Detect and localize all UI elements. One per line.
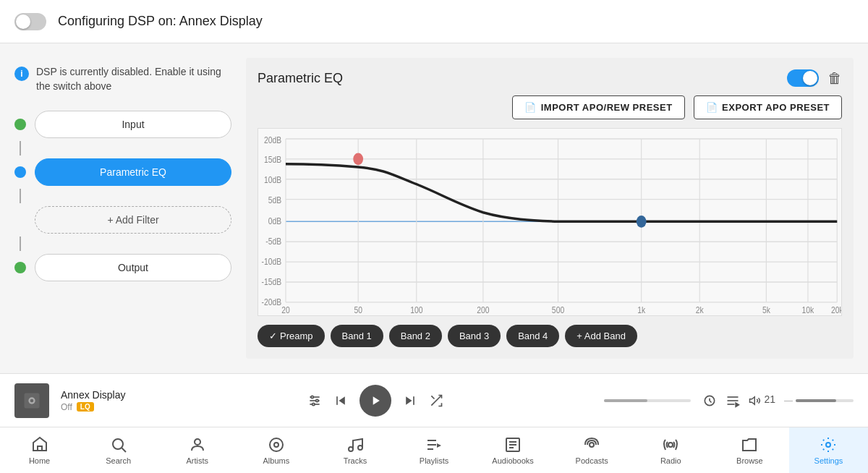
info-bar: i DSP is currently disabled. Enable it u…	[14, 65, 231, 93]
connector-3	[20, 236, 21, 251]
next-button[interactable]	[403, 393, 417, 408]
main-content: i DSP is currently disabled. Enable it u…	[0, 43, 868, 373]
eq-header-right: 🗑	[787, 69, 842, 87]
nav-search[interactable]: Search	[79, 427, 158, 473]
volume-fill	[796, 399, 836, 402]
add-band-button[interactable]: + Add Band	[565, 325, 637, 347]
nav-tracks[interactable]: Tracks	[315, 427, 394, 473]
svg-point-45	[316, 399, 318, 401]
preamp-button[interactable]: ✓ Preamp	[258, 325, 325, 347]
nav-audiobooks[interactable]: Audiobooks	[474, 427, 553, 473]
import-icon: 📄	[524, 102, 537, 113]
band2-button[interactable]: Band 2	[389, 325, 442, 347]
nav-podcasts[interactable]: Podcasts	[553, 427, 631, 473]
info-icon: i	[14, 67, 29, 81]
svg-text:50: 50	[354, 305, 362, 315]
band1-control-dot[interactable]	[353, 153, 363, 165]
svg-text:200: 200	[477, 305, 489, 315]
previous-button[interactable]	[333, 393, 348, 408]
player-controls	[159, 385, 592, 417]
nav-home[interactable]: Home	[0, 427, 79, 473]
svg-text:5k: 5k	[762, 305, 770, 315]
eq-header: Parametric EQ 🗑	[258, 69, 842, 87]
nav-artists-label: Artists	[186, 456, 208, 465]
svg-point-44	[311, 396, 313, 398]
nav-tracks-label: Tracks	[344, 456, 367, 465]
player-info: Annex Display Off LQ	[61, 389, 148, 412]
pipeline-item-add-filter: + Add Filter	[14, 203, 231, 236]
player-thumbnail	[14, 383, 49, 418]
input-button[interactable]: Input	[35, 111, 231, 138]
svg-marker-50	[406, 396, 412, 405]
svg-point-69	[358, 446, 362, 450]
nav-settings[interactable]: Settings	[789, 427, 868, 473]
svg-text:-5dB: -5dB	[265, 236, 281, 246]
band-buttons: ✓ Preamp Band 1 Band 2 Band 3 Band 4 + A…	[258, 325, 842, 347]
svg-text:0dB: 0dB	[268, 217, 282, 226]
delete-eq-icon[interactable]: 🗑	[827, 70, 842, 87]
progress-fill	[604, 399, 647, 402]
svg-text:5dB: 5dB	[268, 195, 282, 205]
dsp-toggle[interactable]	[14, 13, 46, 30]
svg-rect-62	[38, 446, 42, 451]
svg-marker-49	[373, 396, 380, 405]
band3-button[interactable]: Band 3	[448, 325, 501, 347]
nav-home-label: Home	[29, 456, 50, 465]
svg-text:2k: 2k	[696, 305, 704, 315]
svg-text:-20dB: -20dB	[262, 297, 282, 307]
band2-control-dot[interactable]	[637, 216, 647, 228]
connector-2	[20, 189, 21, 203]
eq-panel: Parametric EQ 🗑 📄 IMPORT APO/REW PRESET …	[246, 58, 854, 359]
nav-albums[interactable]: Albums	[237, 427, 315, 473]
export-preset-button[interactable]: 📄 EXPORT APO PRESET	[694, 95, 842, 119]
band1-button[interactable]: Band 1	[331, 325, 383, 347]
svg-text:10dB: 10dB	[264, 175, 281, 184]
import-preset-button[interactable]: 📄 IMPORT APO/REW PRESET	[512, 95, 684, 119]
nav-artists[interactable]: Artists	[158, 427, 237, 473]
svg-point-80	[826, 443, 830, 447]
nav-playlists[interactable]: Playlists	[394, 427, 473, 473]
export-icon: 📄	[706, 102, 718, 113]
volume-label: 21	[749, 393, 775, 406]
check-icon: ✓	[269, 331, 277, 341]
eq-enable-toggle[interactable]	[787, 69, 819, 87]
nav-podcasts-label: Podcasts	[576, 456, 608, 465]
svg-line-53	[432, 396, 435, 399]
nav-browse[interactable]: Browse	[710, 427, 789, 473]
svg-point-68	[349, 447, 353, 451]
equalizer-button[interactable]	[307, 393, 322, 408]
output-button[interactable]: Output	[35, 254, 231, 281]
progress-bar[interactable]	[604, 399, 691, 402]
parametric-eq-button[interactable]: Parametric EQ	[35, 158, 231, 186]
volume-bar[interactable]	[796, 399, 854, 402]
eq-buttons: 📄 IMPORT APO/REW PRESET 📄 EXPORT APO PRE…	[258, 95, 842, 119]
eq-svg: 20dB 15dB 10dB 5dB 0dB -5dB -10dB -15dB …	[258, 129, 841, 315]
add-filter-button[interactable]: + Add Filter	[35, 206, 231, 234]
svg-line-64	[122, 448, 126, 452]
svg-text:15dB: 15dB	[264, 155, 281, 165]
svg-point-79	[668, 443, 673, 447]
nav-search-label: Search	[106, 456, 131, 465]
nav-browse-label: Browse	[736, 456, 763, 465]
player-status-text: Off	[61, 402, 72, 412]
info-text: DSP is currently disabled. Enable it usi…	[36, 65, 231, 93]
nav-audiobooks-label: Audiobooks	[492, 456, 534, 465]
header: Configuring DSP on: Annex Display	[0, 0, 868, 43]
svg-text:20dB: 20dB	[264, 135, 281, 145]
svg-point-40	[30, 399, 34, 402]
svg-rect-48	[336, 396, 338, 405]
playlist-icon[interactable]	[726, 393, 740, 408]
nav-radio-label: Radio	[660, 456, 681, 465]
svg-text:500: 500	[552, 305, 564, 315]
svg-text:20: 20	[281, 305, 290, 315]
svg-text:1k: 1k	[637, 305, 645, 315]
svg-rect-51	[413, 396, 414, 405]
shuffle-button[interactable]	[429, 393, 443, 408]
queue-icon[interactable]	[702, 393, 717, 408]
svg-text:-10dB: -10dB	[262, 257, 282, 266]
play-button[interactable]	[359, 385, 391, 417]
eq-chart: 20dB 15dB 10dB 5dB 0dB -5dB -10dB -15dB …	[258, 128, 842, 316]
player-right: 21 —	[702, 393, 854, 408]
nav-radio[interactable]: Radio	[631, 427, 710, 473]
band4-button[interactable]: Band 4	[506, 325, 559, 347]
